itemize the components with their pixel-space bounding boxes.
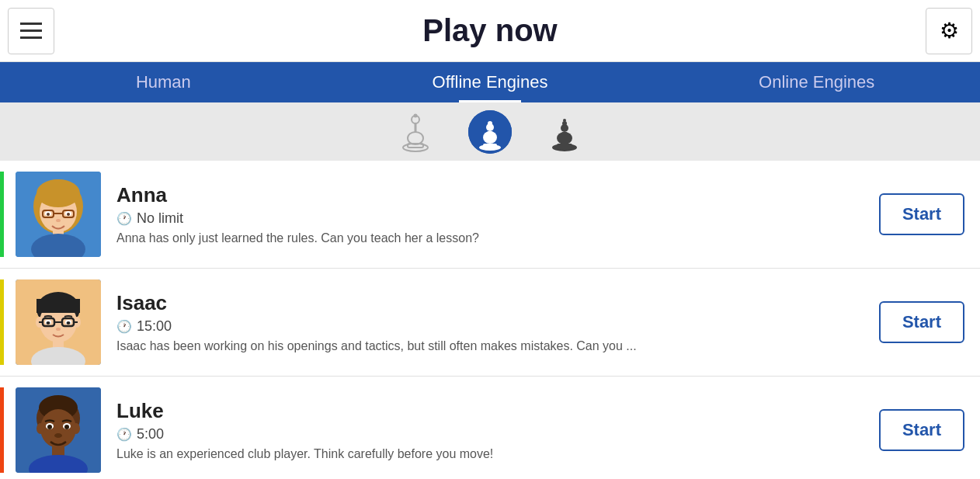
piece-selector xyxy=(0,102,980,161)
player-info-anna: Anna 🕐 No limit Anna has only just learn… xyxy=(116,183,879,245)
hamburger-line-3 xyxy=(20,36,42,39)
start-button-isaac[interactable]: Start xyxy=(879,301,964,343)
svg-point-57 xyxy=(72,423,80,434)
svg-point-28 xyxy=(47,213,50,216)
avatar-isaac-image xyxy=(16,279,101,365)
svg-rect-8 xyxy=(483,144,497,148)
tab-offline-engines[interactable]: Offline Engines xyxy=(327,62,654,102)
clock-icon-luke: 🕐 xyxy=(116,427,132,442)
svg-point-5 xyxy=(414,113,418,117)
svg-point-2 xyxy=(408,132,423,144)
avatar-isaac xyxy=(16,279,101,365)
player-row-isaac: Isaac 🕐 15:00 Isaac has been working on … xyxy=(0,269,980,377)
page-title: Play now xyxy=(422,13,557,48)
player-info-isaac: Isaac 🕐 15:00 Isaac has been working on … xyxy=(116,291,879,353)
dark-piece-icon xyxy=(543,110,586,154)
player-time-value-isaac: 15:00 xyxy=(137,318,172,335)
svg-point-48 xyxy=(67,321,71,325)
player-time-value-anna: No limit xyxy=(137,210,183,227)
svg-point-12 xyxy=(488,121,492,126)
piece-option-dark[interactable] xyxy=(543,110,586,154)
player-desc-anna: Anna has only just learned the rules. Ca… xyxy=(116,231,879,245)
player-desc-isaac: Isaac has been working on his openings a… xyxy=(116,339,879,353)
svg-point-56 xyxy=(36,423,44,434)
hamburger-line-1 xyxy=(20,23,42,25)
player-desc-luke: Luke is an experienced club player. Thin… xyxy=(116,447,879,461)
player-list: Anna 🕐 No limit Anna has only just learn… xyxy=(0,161,980,479)
avatar-anna-image xyxy=(16,172,101,257)
header: Play now ⚙ xyxy=(0,0,980,62)
svg-rect-10 xyxy=(488,131,492,139)
player-row-luke: Luke 🕐 5:00 Luke is an experienced club … xyxy=(0,377,980,479)
nav-tabs: Human Offline Engines Online Engines xyxy=(0,62,980,102)
hamburger-line-2 xyxy=(20,30,42,32)
svg-point-23 xyxy=(36,179,80,207)
player-name-luke: Luke xyxy=(116,399,879,423)
player-row-anna: Anna 🕐 No limit Anna has only just learn… xyxy=(0,161,980,269)
gear-icon: ⚙ xyxy=(940,18,959,43)
tab-offline-label: Offline Engines xyxy=(433,72,548,92)
svg-point-49 xyxy=(56,328,61,331)
tab-online-engines[interactable]: Online Engines xyxy=(653,62,980,102)
start-button-anna[interactable]: Start xyxy=(879,193,964,235)
svg-point-62 xyxy=(54,433,62,438)
player-info-luke: Luke 🕐 5:00 Luke is an experienced club … xyxy=(116,399,879,461)
player-time-luke: 🕐 5:00 xyxy=(116,426,879,443)
player-name-anna: Anna xyxy=(116,183,879,207)
tab-human[interactable]: Human xyxy=(0,62,327,102)
avatar-anna xyxy=(16,172,101,257)
piece-option-middle[interactable] xyxy=(468,110,512,154)
middle-piece-icon xyxy=(468,110,512,154)
svg-point-59 xyxy=(47,425,52,429)
svg-rect-37 xyxy=(36,299,80,313)
start-button-luke[interactable]: Start xyxy=(879,409,964,451)
clock-icon-isaac: 🕐 xyxy=(116,319,132,334)
player-time-value-luke: 5:00 xyxy=(137,426,164,443)
svg-rect-16 xyxy=(562,132,567,140)
light-piece-icon xyxy=(394,110,437,154)
svg-point-30 xyxy=(67,213,70,216)
piece-option-light[interactable] xyxy=(394,110,437,154)
svg-point-61 xyxy=(64,425,69,429)
svg-point-55 xyxy=(40,409,76,448)
svg-point-46 xyxy=(47,321,50,325)
player-time-isaac: 🕐 15:00 xyxy=(116,318,879,335)
tab-online-label: Online Engines xyxy=(759,72,874,92)
avatar-luke-image xyxy=(16,387,101,473)
player-time-anna: 🕐 No limit xyxy=(116,210,879,227)
svg-point-19 xyxy=(563,119,566,122)
tab-human-label: Human xyxy=(136,72,191,92)
clock-icon-anna: 🕐 xyxy=(116,211,132,226)
menu-button[interactable] xyxy=(8,8,54,54)
svg-point-31 xyxy=(56,219,61,222)
settings-button[interactable]: ⚙ xyxy=(926,8,972,54)
avatar-luke xyxy=(16,387,101,473)
player-name-isaac: Isaac xyxy=(116,291,879,315)
